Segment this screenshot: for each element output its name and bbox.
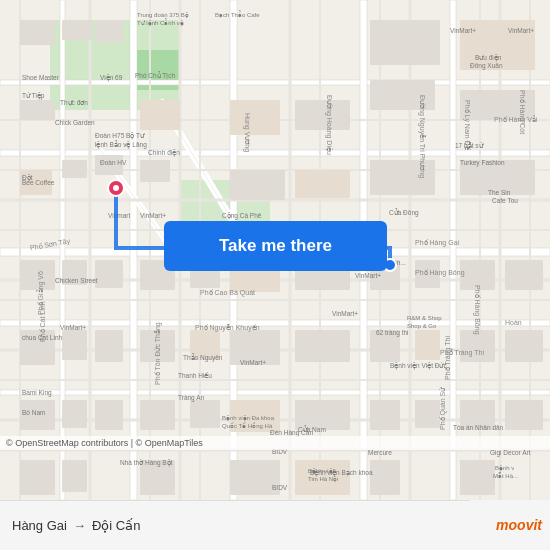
- svg-rect-92: [20, 460, 55, 495]
- svg-text:Thanh Hiếu: Thanh Hiếu: [178, 372, 212, 379]
- svg-text:Gigi Decor Art: Gigi Decor Art: [490, 449, 531, 457]
- svg-text:Bò Nam: Bò Nam: [22, 409, 45, 416]
- svg-text:Phố Nguyễn Khuyến: Phố Nguyễn Khuyến: [195, 324, 260, 332]
- svg-text:Tim Hà Nội: Tim Hà Nội: [308, 476, 338, 483]
- svg-rect-40: [20, 20, 55, 45]
- svg-text:Turkey Fashion: Turkey Fashion: [460, 159, 505, 167]
- svg-rect-78: [415, 330, 440, 360]
- svg-text:Cộng Cà Phê: Cộng Cà Phê: [222, 212, 262, 220]
- moovit-brand-text: moovit: [496, 517, 542, 533]
- svg-text:Phó Chủ Tịch: Phó Chủ Tịch: [135, 71, 176, 80]
- svg-rect-84: [140, 400, 175, 430]
- svg-text:VinMart+: VinMart+: [240, 359, 266, 366]
- svg-text:Tràng An: Tràng An: [178, 394, 205, 402]
- svg-rect-58: [295, 170, 350, 198]
- svg-rect-41: [62, 20, 92, 40]
- svg-text:VinMart+: VinMart+: [450, 27, 476, 34]
- svg-text:Đoàn H75 Bộ Tư: Đoàn H75 Bộ Tư: [95, 132, 145, 140]
- svg-rect-8: [0, 80, 550, 85]
- svg-text:Phố Giảng Võ: Phố Giảng Võ: [36, 271, 45, 315]
- svg-rect-79: [460, 330, 495, 362]
- svg-text:Tòa án Nhân dân: Tòa án Nhân dân: [453, 424, 504, 431]
- svg-rect-61: [95, 260, 123, 288]
- from-location-label: Hàng Gai: [12, 518, 67, 533]
- svg-rect-7: [0, 150, 550, 156]
- svg-rect-48: [140, 160, 170, 182]
- svg-text:VinMart+: VinMart+: [60, 324, 86, 331]
- svg-text:Bệnh v: Bệnh v: [495, 465, 514, 472]
- svg-text:Cafe Tou: Cafe Tou: [492, 197, 518, 204]
- svg-rect-47: [140, 100, 180, 130]
- svg-text:Nhà thờ Hàng Bột: Nhà thờ Hàng Bột: [120, 459, 173, 467]
- svg-text:Viện 69: Viện 69: [100, 74, 123, 82]
- svg-rect-72: [95, 330, 123, 362]
- moovit-logo: moovit: [470, 500, 550, 550]
- svg-text:Chicken Street: Chicken Street: [55, 277, 98, 284]
- direction-arrow-icon: →: [73, 518, 86, 533]
- svg-text:Bami King: Bami King: [22, 389, 52, 397]
- svg-text:Phố Cao Bá Quát: Phố Cao Bá Quát: [200, 289, 255, 297]
- svg-text:Chính điện: Chính điện: [148, 149, 180, 157]
- svg-rect-43: [20, 100, 55, 120]
- svg-rect-89: [415, 400, 440, 428]
- svg-text:Cửa Đông: Cửa Đông: [389, 208, 419, 217]
- svg-text:Đông Xuân: Đông Xuân: [470, 62, 503, 70]
- bottom-navigation-bar: Hàng Gai → Đội Cấn moovit: [0, 500, 550, 550]
- svg-text:Phố Tràng Thi: Phố Tràng Thi: [440, 349, 484, 357]
- svg-text:Mắt Hà...: Mắt Hà...: [493, 472, 518, 479]
- take-me-there-button[interactable]: Take me there: [164, 221, 387, 271]
- svg-text:Shoe Master: Shoe Master: [22, 74, 60, 81]
- svg-rect-82: [62, 400, 87, 428]
- svg-text:Chick Garden: Chick Garden: [55, 119, 95, 126]
- svg-text:VinMart+: VinMart+: [355, 272, 381, 279]
- svg-rect-42: [95, 20, 123, 42]
- svg-rect-6: [0, 390, 550, 395]
- svg-text:Phố Hàng Cót: Phố Hàng Cót: [518, 90, 526, 134]
- svg-rect-98: [460, 460, 495, 495]
- svg-text:Vinmart: Vinmart: [108, 212, 130, 219]
- svg-rect-91: [505, 400, 543, 430]
- svg-rect-57: [230, 170, 285, 200]
- svg-rect-69: [505, 260, 543, 290]
- svg-text:Bệnh viện: Bệnh viện: [308, 468, 336, 475]
- svg-rect-50: [295, 100, 350, 130]
- svg-text:The Sin: The Sin: [488, 189, 511, 196]
- svg-text:62 tràng thi: 62 tràng thi: [376, 329, 409, 337]
- svg-text:Đột: Đột: [22, 174, 33, 182]
- svg-rect-49: [230, 100, 280, 135]
- svg-text:Phố Quán Sứ: Phố Quán Sứ: [439, 387, 447, 430]
- svg-text:Bệnh viện Đa khoa: Bệnh viện Đa khoa: [222, 415, 275, 422]
- svg-text:VinMart+: VinMart+: [140, 212, 166, 219]
- svg-text:Bưu điện: Bưu điện: [475, 54, 502, 62]
- svg-rect-51: [370, 20, 440, 65]
- svg-text:Tứ Tiệp: Tứ Tiệp: [22, 92, 45, 100]
- svg-rect-97: [370, 460, 400, 495]
- copyright-text: © OpenStreetMap contributors | © OpenMap…: [6, 438, 203, 448]
- svg-text:Thực đơn: Thực đơn: [60, 99, 88, 107]
- svg-text:Phố Hàng Bông: Phố Hàng Bông: [473, 285, 481, 335]
- svg-text:Thảo Nguyên: Thảo Nguyên: [183, 353, 223, 362]
- svg-text:VinMart+: VinMart+: [508, 27, 534, 34]
- svg-text:Shop & Go: Shop & Go: [407, 323, 437, 329]
- svg-rect-88: [370, 400, 400, 430]
- svg-text:Hùng Vương: Hùng Vương: [243, 113, 251, 152]
- map-container: Phố Sơn Tây Phố Hàng Gai Phố Cát Linh Ph…: [0, 0, 550, 500]
- svg-text:Bệnh viện Việt Đức: Bệnh viện Việt Đức: [390, 362, 447, 370]
- svg-rect-80: [505, 330, 543, 362]
- svg-text:Phố Hàng Gai: Phố Hàng Gai: [415, 239, 460, 247]
- svg-text:BIDV: BIDV: [272, 484, 288, 491]
- svg-point-178: [113, 185, 119, 191]
- svg-text:Tư lệnh Cảnh vệ: Tư lệnh Cảnh vệ: [137, 18, 184, 27]
- svg-text:Hoàn: Hoàn: [505, 319, 522, 326]
- svg-rect-76: [295, 330, 350, 362]
- svg-text:VinMart+: VinMart+: [332, 310, 358, 317]
- svg-text:Phố Tôn Đức Thắng: Phố Tôn Đức Thắng: [154, 322, 162, 385]
- svg-rect-93: [62, 460, 87, 492]
- svg-text:Mercure: Mercure: [368, 449, 392, 456]
- svg-text:R&M & Shop: R&M & Shop: [407, 315, 442, 321]
- svg-text:Đường Hoàng Diệu: Đường Hoàng Diệu: [325, 95, 333, 155]
- svg-text:Đường Nguyễn Tri Phương: Đường Nguyễn Tri Phương: [418, 95, 426, 178]
- svg-text:Phố Hàng Vải: Phố Hàng Vải: [494, 115, 538, 124]
- svg-text:Trung đoàn 375 Bộ: Trung đoàn 375 Bộ: [137, 12, 189, 19]
- svg-rect-85: [190, 400, 220, 428]
